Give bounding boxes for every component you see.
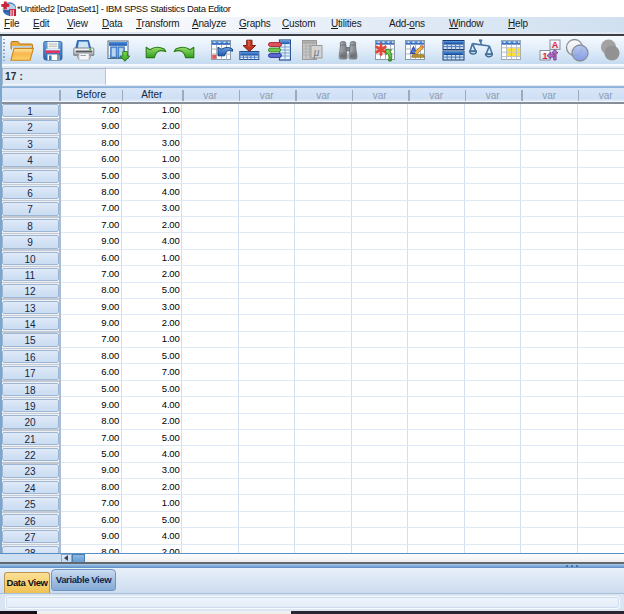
svg-text:μ: μ — [312, 45, 319, 59]
svg-text:A: A — [552, 40, 559, 50]
